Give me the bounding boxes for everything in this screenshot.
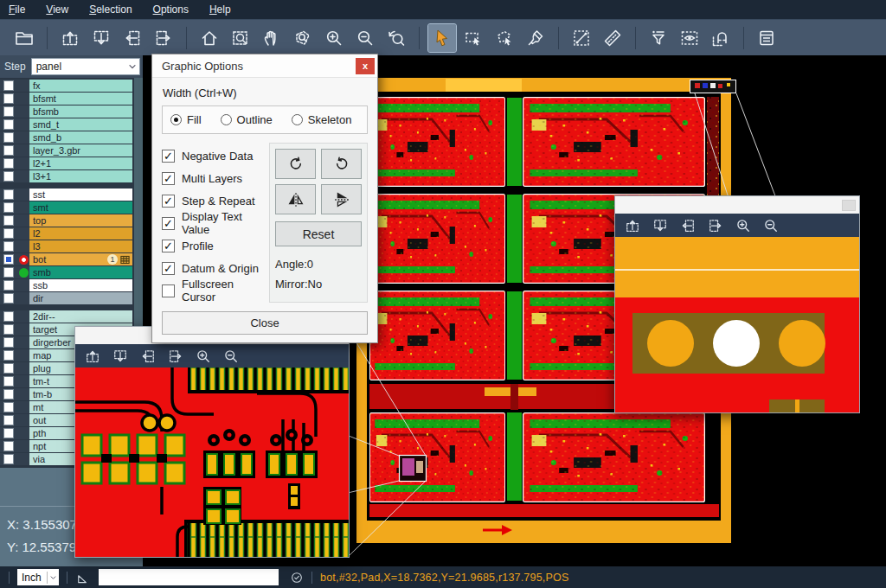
unit-select[interactable]: Inch bbox=[17, 569, 59, 585]
select-cursor-icon[interactable] bbox=[428, 24, 456, 52]
zoom-in-icon[interactable] bbox=[195, 348, 212, 365]
layer-row[interactable]: l3+1 bbox=[0, 170, 132, 182]
layer-checkbox[interactable] bbox=[3, 145, 14, 156]
option-checkbox-row[interactable]: ✓ Datum & Origin bbox=[162, 257, 269, 279]
pan-right-icon[interactable] bbox=[167, 348, 184, 365]
menu-view[interactable]: View bbox=[46, 3, 68, 16]
layer-row[interactable]: bfsmt bbox=[0, 93, 132, 105]
report-list-icon[interactable] bbox=[753, 24, 780, 52]
checkbox[interactable]: ✓ bbox=[162, 262, 175, 275]
layer-name[interactable]: l3 bbox=[29, 240, 132, 252]
close-button[interactable]: Close bbox=[162, 311, 368, 335]
layer-name[interactable]: dir bbox=[29, 292, 132, 304]
pan-down-icon[interactable] bbox=[112, 348, 129, 365]
layer-checkbox[interactable] bbox=[3, 415, 14, 425]
layer-name[interactable]: smd_b bbox=[29, 131, 132, 144]
layer-checkbox[interactable] bbox=[3, 119, 14, 130]
layer-name[interactable]: bfsmb bbox=[29, 105, 132, 118]
layer-checkbox[interactable] bbox=[3, 158, 14, 169]
mirror-vertical-button[interactable] bbox=[321, 184, 362, 214]
close-icon[interactable]: x bbox=[356, 58, 375, 74]
zoom-home-icon[interactable] bbox=[196, 24, 223, 52]
grid-icon[interactable] bbox=[119, 254, 131, 265]
measure-distance-icon[interactable] bbox=[568, 24, 595, 52]
open-folder-icon[interactable] bbox=[10, 24, 38, 52]
layer-name[interactable]: layer_3.gbr bbox=[29, 144, 132, 157]
checkbox[interactable]: ✓ bbox=[162, 195, 175, 208]
layer-name[interactable]: l2+1 bbox=[29, 157, 132, 169]
clean-brush-icon[interactable] bbox=[522, 24, 549, 52]
layer-row[interactable]: smd_t bbox=[0, 118, 132, 131]
option-checkbox-row[interactable]: ✓ Step & Repeat bbox=[162, 189, 269, 212]
layer-row[interactable]: ssb bbox=[0, 279, 132, 291]
checkbox[interactable] bbox=[162, 284, 175, 297]
layer-row[interactable]: 2dir-- bbox=[0, 310, 132, 323]
layer-row[interactable]: smd_b bbox=[0, 131, 132, 144]
option-checkbox-row[interactable]: ✓ Multi Layers bbox=[162, 167, 269, 189]
pan-down-icon[interactable] bbox=[87, 24, 115, 52]
layer-name[interactable]: top bbox=[29, 214, 132, 227]
option-checkbox-row[interactable]: ✓ Display Text Value bbox=[162, 212, 269, 234]
radio-circle[interactable] bbox=[221, 114, 232, 125]
width-radio[interactable]: Outline bbox=[221, 113, 273, 126]
layer-row[interactable]: bfsmb bbox=[0, 105, 132, 118]
layer-checkbox[interactable] bbox=[3, 106, 14, 117]
layer-checkbox[interactable] bbox=[3, 280, 14, 291]
layer-checkbox[interactable] bbox=[3, 389, 14, 399]
layer-checkbox[interactable] bbox=[3, 441, 14, 451]
layer-checkbox[interactable] bbox=[3, 132, 14, 143]
layer-checkbox[interactable] bbox=[3, 311, 14, 322]
select-polygon-icon[interactable] bbox=[491, 24, 518, 52]
pan-up-icon[interactable] bbox=[624, 217, 641, 234]
radio-circle[interactable] bbox=[292, 114, 303, 125]
select-rect-icon[interactable] bbox=[459, 24, 487, 52]
layer-name[interactable]: smb bbox=[29, 266, 132, 278]
command-input[interactable] bbox=[99, 569, 279, 585]
layer-checkbox[interactable] bbox=[3, 171, 14, 182]
layer-checkbox[interactable] bbox=[3, 228, 14, 239]
pan-left-icon[interactable] bbox=[119, 24, 146, 52]
layer-row[interactable]: layer_3.gbr bbox=[0, 144, 132, 157]
layer-checkbox[interactable] bbox=[3, 189, 14, 200]
layer-name[interactable]: fx bbox=[29, 80, 132, 92]
pan-right-icon[interactable] bbox=[707, 217, 724, 234]
view-options-icon[interactable] bbox=[676, 24, 703, 52]
step-select[interactable]: panel bbox=[31, 58, 140, 75]
corner-angle-icon[interactable] bbox=[75, 570, 91, 585]
reset-button[interactable]: Reset bbox=[275, 221, 362, 246]
layer-checkbox[interactable] bbox=[3, 324, 14, 335]
layer-row[interactable]: l2 bbox=[0, 227, 132, 240]
filter-icon[interactable] bbox=[645, 24, 672, 52]
width-radio[interactable]: Fill bbox=[170, 113, 202, 126]
layer-name[interactable]: l2 bbox=[29, 227, 132, 240]
magnifier-close-button[interactable] bbox=[842, 200, 856, 211]
checkbox[interactable]: ✓ bbox=[162, 217, 175, 230]
layer-name[interactable]: l3+1 bbox=[29, 170, 132, 182]
menu-options[interactable]: Options bbox=[153, 3, 189, 16]
layer-checkbox[interactable] bbox=[3, 428, 14, 438]
snap-icon[interactable] bbox=[707, 24, 735, 52]
layer-checkbox[interactable] bbox=[3, 454, 14, 464]
layer-checkbox[interactable] bbox=[3, 254, 14, 265]
layer-name[interactable]: 2dir-- bbox=[29, 310, 132, 323]
layer-name[interactable]: smd_t bbox=[29, 118, 132, 131]
pan-up-icon[interactable] bbox=[56, 24, 84, 52]
zoom-in-icon[interactable] bbox=[735, 217, 752, 234]
menu-file[interactable]: File bbox=[9, 3, 25, 16]
layer-row[interactable]: fx bbox=[0, 80, 132, 92]
pan-hand-icon[interactable] bbox=[258, 24, 286, 52]
layer-row[interactable]: l2+1 bbox=[0, 157, 132, 169]
mirror-horizontal-button[interactable] bbox=[275, 184, 316, 214]
layer-row[interactable]: sst bbox=[0, 189, 132, 201]
zoom-previous-icon[interactable] bbox=[382, 24, 410, 52]
dialog-titlebar[interactable]: Graphic Options x bbox=[152, 54, 377, 78]
layer-row[interactable]: top bbox=[0, 214, 132, 227]
layer-checkbox[interactable] bbox=[3, 350, 14, 361]
width-radio[interactable]: Skeleton bbox=[292, 113, 352, 126]
menu-selection[interactable]: Selection bbox=[89, 3, 132, 16]
zoom-out-icon[interactable] bbox=[351, 24, 379, 52]
layer-checkbox[interactable] bbox=[3, 93, 14, 104]
layer-name[interactable]: ssb bbox=[29, 279, 132, 291]
option-checkbox-row[interactable]: ✓ Profile bbox=[162, 234, 269, 257]
layer-checkbox[interactable] bbox=[3, 402, 14, 412]
